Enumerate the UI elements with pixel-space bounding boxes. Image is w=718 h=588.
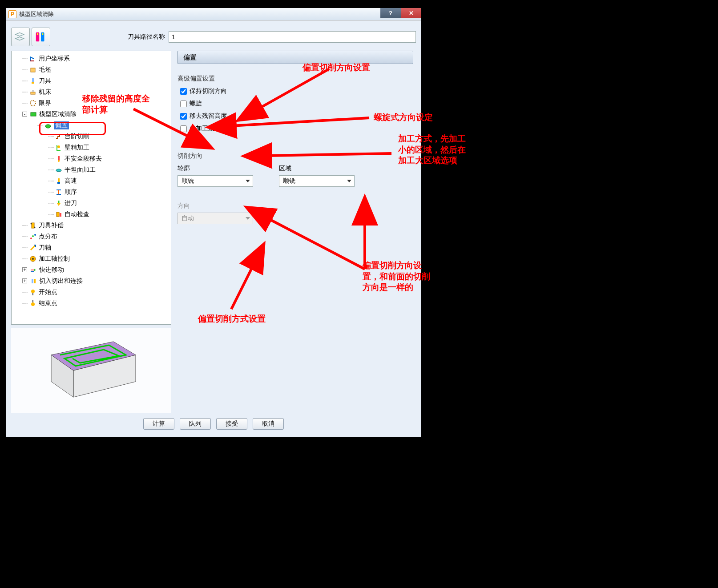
- tree-item-rapid[interactable]: + 快进移动: [12, 264, 171, 275]
- svg-point-26: [32, 235, 34, 237]
- dialog-window: P 模型区域清除 ? ✕ 刀具路径名称: [4, 7, 423, 438]
- tree-item-leadlinks[interactable]: + 切入切出和连接: [12, 275, 171, 286]
- areaclear-icon: [29, 110, 38, 118]
- tree-item-highspeed[interactable]: ┈┈ 高速: [12, 175, 171, 186]
- button-row: 计算 队列 接受 取消: [11, 413, 416, 432]
- accept-button[interactable]: 接受: [216, 418, 247, 430]
- tree-item-ptdist[interactable]: ┈┈ 点分布: [12, 231, 171, 242]
- tree-label: 高速: [65, 177, 77, 185]
- tree-item-toolaxis[interactable]: ┈┈ 刀轴: [12, 242, 171, 253]
- svg-rect-22: [32, 223, 34, 228]
- machine-icon: [28, 88, 37, 96]
- svg-rect-7: [32, 78, 34, 82]
- tree-label: 开始点: [39, 288, 57, 296]
- combo-direction-value: 自动: [182, 214, 194, 222]
- help-button[interactable]: ?: [380, 8, 401, 18]
- close-button[interactable]: ✕: [401, 8, 421, 18]
- svg-rect-31: [34, 279, 36, 283]
- svg-point-25: [30, 238, 32, 239]
- tree-label: 刀具: [39, 77, 51, 85]
- tree-label: 限界: [39, 99, 51, 107]
- svg-rect-30: [32, 279, 33, 283]
- tree-label: 加工轴控制: [39, 255, 70, 263]
- tree-item-wall[interactable]: ┈┈ 壁精加工: [12, 142, 171, 153]
- tree-label: 顺序: [65, 188, 77, 196]
- svg-point-14: [57, 145, 60, 148]
- svg-point-16: [58, 160, 60, 162]
- chk-removerest-label: 移去残留高度: [190, 112, 227, 120]
- svg-rect-10: [32, 90, 34, 92]
- tree-label: 切入切出和连接: [39, 277, 83, 285]
- toolaxis-icon: [28, 244, 37, 252]
- chevron-down-icon: [246, 217, 250, 220]
- window-title: 模型区域清除: [19, 10, 54, 18]
- svg-point-29: [32, 258, 34, 260]
- tree-item-end[interactable]: ┈┈ 结束点: [12, 298, 171, 309]
- tree-item-stock[interactable]: ┈┈ 毛坯: [12, 64, 171, 75]
- svg-point-5: [42, 33, 44, 35]
- tree-item-boundary[interactable]: ┈┈ 限界: [12, 97, 171, 109]
- tree-expander[interactable]: -: [22, 112, 27, 117]
- svg-point-23: [31, 223, 32, 224]
- toolcomp-icon: [28, 222, 37, 230]
- cancel-button[interactable]: 取消: [253, 418, 284, 430]
- group-advanced-label: 高级偏置设置: [177, 75, 413, 83]
- tree-expander[interactable]: +: [22, 267, 27, 272]
- tree-item-order[interactable]: ┈┈ 顺序: [12, 186, 171, 197]
- combo-area[interactable]: 顺铣: [279, 175, 355, 187]
- svg-marker-1: [16, 37, 24, 40]
- tree-label: 自动检查: [65, 210, 89, 218]
- combo-area-value: 顺铣: [283, 177, 295, 185]
- chk-keepdir-label: 保持切削方向: [190, 87, 227, 95]
- approach-icon: [54, 199, 63, 207]
- right-pane: 偏置 高级偏置设置 保持切削方向 螺旋 移去残留高度 先加工最小的: [175, 51, 416, 413]
- tree-item-areaclear[interactable]: - 模型区域清除: [12, 109, 171, 120]
- wall-icon: [54, 144, 63, 152]
- highspeed-icon: [54, 177, 63, 185]
- tree-item-autocheck[interactable]: ┈┈ 自动检查: [12, 209, 171, 220]
- chevron-down-icon: [246, 180, 250, 182]
- tree-label: 刀轴: [39, 244, 51, 252]
- svg-rect-20: [56, 212, 59, 217]
- tree-item-stepcut[interactable]: ┈┈ 台阶切削: [12, 131, 171, 142]
- svg-point-27: [34, 234, 36, 236]
- calc-button[interactable]: 计算: [143, 418, 174, 430]
- boundary-icon: [28, 99, 37, 107]
- combo-profile[interactable]: 顺铣: [177, 175, 253, 187]
- chk-smallfirst[interactable]: [180, 125, 187, 132]
- svg-rect-6: [31, 68, 35, 72]
- tree-item-approach[interactable]: ┈┈ 进刀: [12, 197, 171, 209]
- strategy-tree[interactable]: ┈┈ 用户坐标系 ┈┈ 毛坯 ┈┈ 刀具: [11, 51, 171, 325]
- ucs-icon: [28, 55, 37, 63]
- svg-rect-8: [32, 82, 34, 84]
- chk-removerest[interactable]: [180, 113, 187, 120]
- tree-item-tool[interactable]: ┈┈ 刀具: [12, 75, 171, 86]
- queue-button[interactable]: 队列: [180, 418, 211, 430]
- tree-item-axisctrl[interactable]: ┈┈ 加工轴控制: [12, 253, 171, 264]
- strategy-icon-button-1[interactable]: [11, 28, 30, 46]
- tree-expander[interactable]: +: [22, 278, 27, 283]
- tree-item-ucs[interactable]: ┈┈ 用户坐标系: [12, 53, 171, 64]
- tree-label: 壁精加工: [65, 144, 89, 152]
- tree-item-machine[interactable]: ┈┈ 机床: [12, 86, 171, 97]
- toolpath-name-label: 刀具路径名称: [128, 33, 165, 41]
- tree-label: 机床: [39, 88, 51, 96]
- tree-label: 台阶切削: [65, 133, 89, 141]
- chevron-down-icon: [347, 180, 351, 182]
- autocheck-icon: [54, 210, 63, 218]
- chk-keepdir[interactable]: [180, 88, 187, 95]
- tree-item-start[interactable]: ┈┈ 开始点: [12, 286, 171, 298]
- svg-marker-0: [16, 33, 24, 36]
- flat-icon: [54, 166, 63, 174]
- chk-spiral[interactable]: [180, 101, 187, 107]
- tree-item-toolcomp[interactable]: ┈┈ 刀具补偿: [12, 220, 171, 231]
- strategy-icon-button-2[interactable]: [32, 28, 50, 46]
- tree-label: 进刀: [65, 199, 77, 207]
- tree-item-offset[interactable]: ┈┈ 偏置: [12, 120, 171, 131]
- tree-item-unsafe[interactable]: ┈┈ 不安全段移去: [12, 153, 171, 164]
- tree-item-flat[interactable]: ┈┈ 平坦面加工: [12, 164, 171, 175]
- toolpath-name-input[interactable]: [169, 31, 416, 43]
- svg-point-24: [34, 226, 36, 228]
- svg-point-33: [31, 302, 35, 306]
- titlebar: P 模型区域清除 ? ✕: [6, 8, 421, 20]
